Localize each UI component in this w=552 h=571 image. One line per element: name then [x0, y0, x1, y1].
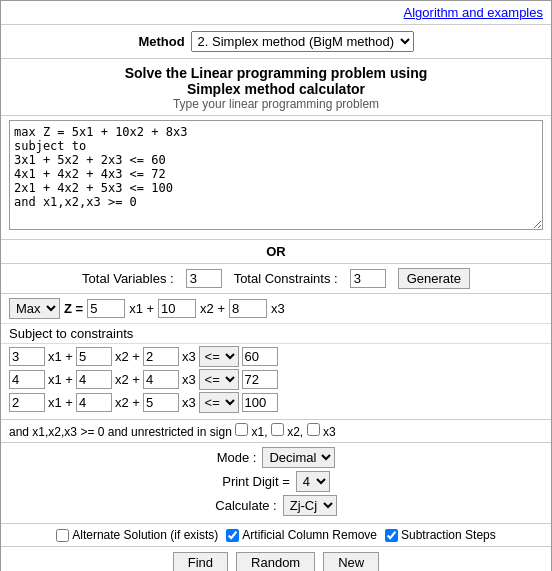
top-link-section: Algorithm and examples — [1, 1, 551, 25]
alternate-solution-label[interactable]: Alternate Solution (if exists) — [56, 528, 218, 542]
checkboxes-row: Alternate Solution (if exists) Artificia… — [1, 524, 551, 547]
alternate-solution-checkbox[interactable] — [56, 529, 69, 542]
c3-x2-label: x2 + — [115, 395, 140, 410]
c3-rhs[interactable] — [242, 393, 278, 412]
or-divider: OR — [1, 240, 551, 264]
c1-x3-label: x3 — [182, 349, 196, 364]
constraint-row: x1 + x2 + x3 <= >= = — [9, 392, 543, 413]
textarea-section: max Z = 5x1 + 10x2 + 8x3 subject to 3x1 … — [1, 116, 551, 240]
total-variables-label: Total Variables : — [82, 271, 174, 286]
calculate-label: Calculate : — [215, 498, 276, 513]
print-digit-select[interactable]: 2 3 4 5 6 — [296, 471, 330, 492]
obj-c1[interactable] — [87, 299, 125, 318]
c2-coeff1[interactable] — [76, 370, 112, 389]
mode-label: Mode : — [217, 450, 257, 465]
mode-row: Mode : Decimal Fraction — [9, 447, 543, 468]
c2-x2-label: x2 + — [115, 372, 140, 387]
constraint-row: x1 + x2 + x3 <= >= = — [9, 346, 543, 367]
c2-x3-label: x3 — [182, 372, 196, 387]
unrestricted-x3-checkbox[interactable] — [307, 423, 320, 436]
textarea-hint: Type your linear programming problem — [5, 97, 547, 111]
main-container: Algorithm and examples Method 1. Graphic… — [0, 0, 552, 571]
x3-label-obj: x3 — [271, 301, 285, 316]
title-section: Solve the Linear programming problem usi… — [1, 59, 551, 116]
find-button[interactable]: Find — [173, 552, 228, 571]
method-label: Method — [138, 34, 184, 49]
buttons-row: Find Random New — [1, 547, 551, 571]
x2-label-obj: x2 + — [200, 301, 225, 316]
print-digit-row: Print Digit = 2 3 4 5 6 — [9, 471, 543, 492]
unrestricted-row: and x1,x2,x3 >= 0 and unrestricted in si… — [1, 420, 551, 443]
subtraction-steps-checkbox[interactable] — [385, 529, 398, 542]
c1-coeff2[interactable] — [143, 347, 179, 366]
generate-button[interactable]: Generate — [398, 268, 470, 289]
obj-c3[interactable] — [229, 299, 267, 318]
c1-rhs[interactable] — [242, 347, 278, 366]
c1-x1-label: x1 + — [48, 349, 73, 364]
c2-coeff0[interactable] — [9, 370, 45, 389]
c3-coeff0[interactable] — [9, 393, 45, 412]
c2-rhs[interactable] — [242, 370, 278, 389]
max-min-select[interactable]: Max Min — [9, 298, 60, 319]
title-line1: Solve the Linear programming problem usi… — [5, 65, 547, 97]
variables-row: Total Variables : Total Constraints : Ge… — [1, 264, 551, 294]
print-digit-label: Print Digit = — [222, 474, 290, 489]
random-button[interactable]: Random — [236, 552, 315, 571]
z-equals: Z = — [64, 301, 83, 316]
method-row: Method 1. Graphical method 2. Simplex me… — [1, 25, 551, 59]
total-variables-input[interactable] — [186, 269, 222, 288]
c3-ineq[interactable]: <= >= = — [199, 392, 239, 413]
artificial-column-label[interactable]: Artificial Column Remove — [226, 528, 377, 542]
subject-label: Subject to constraints — [1, 324, 551, 344]
subtraction-steps-label[interactable]: Subtraction Steps — [385, 528, 496, 542]
constraint-row: x1 + x2 + x3 <= >= = — [9, 369, 543, 390]
c2-ineq[interactable]: <= >= = — [199, 369, 239, 390]
c3-coeff2[interactable] — [143, 393, 179, 412]
calculate-select[interactable]: Zj-Cj Cj-Zj — [283, 495, 337, 516]
obj-c2[interactable] — [158, 299, 196, 318]
c1-x2-label: x2 + — [115, 349, 140, 364]
c1-coeff0[interactable] — [9, 347, 45, 366]
mode-select[interactable]: Decimal Fraction — [262, 447, 335, 468]
x1-label-obj: x1 + — [129, 301, 154, 316]
c1-coeff1[interactable] — [76, 347, 112, 366]
unrestricted-x1-checkbox[interactable] — [235, 423, 248, 436]
options-section: Mode : Decimal Fraction Print Digit = 2 … — [1, 443, 551, 524]
method-select[interactable]: 1. Graphical method 2. Simplex method (B… — [191, 31, 414, 52]
total-constraints-input[interactable] — [350, 269, 386, 288]
unrestricted-x2-checkbox[interactable] — [271, 423, 284, 436]
artificial-column-checkbox[interactable] — [226, 529, 239, 542]
c1-ineq[interactable]: <= >= = — [199, 346, 239, 367]
c3-x1-label: x1 + — [48, 395, 73, 410]
c2-coeff2[interactable] — [143, 370, 179, 389]
c2-x1-label: x1 + — [48, 372, 73, 387]
total-constraints-label: Total Constraints : — [234, 271, 338, 286]
calculate-row: Calculate : Zj-Cj Cj-Zj — [9, 495, 543, 516]
lp-textarea[interactable]: max Z = 5x1 + 10x2 + 8x3 subject to 3x1 … — [9, 120, 543, 230]
constraints-section: x1 + x2 + x3 <= >= = x1 + x2 + x3 <= >= … — [1, 344, 551, 420]
objective-row: Max Min Z = x1 + x2 + x3 — [1, 294, 551, 324]
c3-x3-label: x3 — [182, 395, 196, 410]
new-button[interactable]: New — [323, 552, 379, 571]
algorithm-link[interactable]: Algorithm and examples — [404, 5, 543, 20]
c3-coeff1[interactable] — [76, 393, 112, 412]
